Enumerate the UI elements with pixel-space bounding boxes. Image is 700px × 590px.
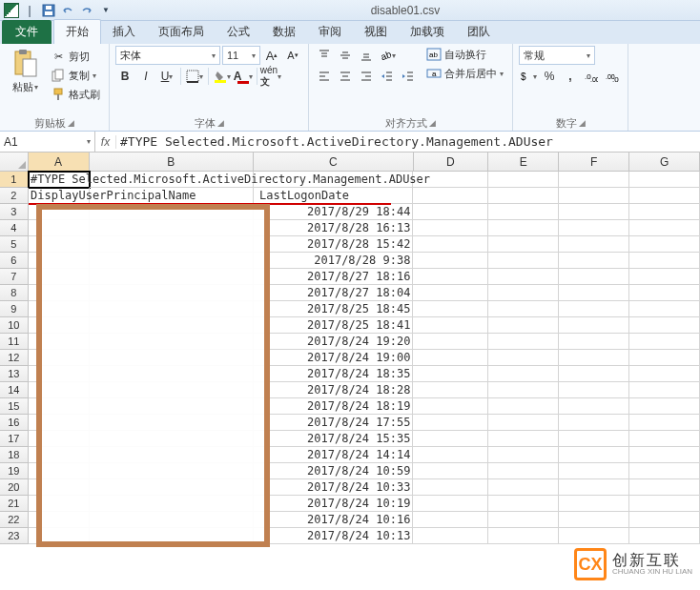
cell[interactable] xyxy=(413,463,488,479)
cell[interactable] xyxy=(559,398,629,415)
cell[interactable]: 2017/8/27 18:04 xyxy=(254,285,413,301)
cell[interactable]: 2017/8/28 15:42 xyxy=(254,236,413,253)
cell[interactable] xyxy=(559,236,629,253)
cell[interactable]: 2017/8/24 19:20 xyxy=(254,334,413,350)
cell[interactable] xyxy=(413,415,488,431)
tab-addins[interactable]: 加载项 xyxy=(399,20,456,44)
align-top-icon[interactable] xyxy=(315,46,334,65)
cell[interactable] xyxy=(413,301,488,317)
align-bottom-icon[interactable] xyxy=(357,46,376,65)
row-header[interactable]: 4 xyxy=(0,220,29,236)
cell[interactable]: 2017/8/24 19:00 xyxy=(254,350,413,366)
select-all-corner[interactable] xyxy=(0,153,29,171)
bold-button[interactable]: B xyxy=(115,67,134,86)
cell[interactable]: 2017/8/28 16:13 xyxy=(254,220,413,236)
cell[interactable] xyxy=(488,220,559,236)
cell[interactable]: 2017/8/25 18:45 xyxy=(254,301,413,317)
dialog-launcher-icon[interactable]: ◢ xyxy=(217,118,224,128)
cell[interactable]: 2017/8/24 18:35 xyxy=(254,366,413,382)
accounting-format-icon[interactable]: $▾ xyxy=(519,67,538,86)
cell[interactable] xyxy=(488,236,559,253)
cell[interactable] xyxy=(559,512,629,528)
col-header-C[interactable]: C xyxy=(254,153,413,171)
cell[interactable] xyxy=(413,350,488,366)
align-left-icon[interactable] xyxy=(315,67,334,86)
row-header[interactable]: 20 xyxy=(0,479,29,496)
grow-font-icon[interactable]: A▴ xyxy=(262,46,281,65)
cell[interactable]: 2017/8/24 15:35 xyxy=(254,431,413,447)
dialog-launcher-icon[interactable]: ◢ xyxy=(579,118,586,128)
cell[interactable] xyxy=(488,398,559,415)
cell[interactable] xyxy=(413,220,488,236)
row-header[interactable]: 23 xyxy=(0,528,29,544)
cut-button[interactable]: ✂剪切 xyxy=(48,48,103,65)
cell[interactable] xyxy=(488,447,559,463)
col-header-B[interactable]: B xyxy=(90,153,254,171)
undo-icon[interactable] xyxy=(59,2,76,19)
cell[interactable]: 2017/8/24 10:16 xyxy=(254,512,413,528)
row-header[interactable]: 10 xyxy=(0,317,29,334)
tab-formulas[interactable]: 公式 xyxy=(216,20,261,44)
dec-indent-icon[interactable] xyxy=(378,67,397,86)
italic-button[interactable]: I xyxy=(136,67,155,86)
row-header[interactable]: 17 xyxy=(0,431,29,447)
row-header[interactable]: 2 xyxy=(0,188,29,204)
cell[interactable] xyxy=(559,496,629,512)
cell[interactable] xyxy=(629,366,700,382)
cell[interactable] xyxy=(559,479,629,496)
align-middle-icon[interactable] xyxy=(336,46,355,65)
cell[interactable] xyxy=(413,496,488,512)
row-header[interactable]: 11 xyxy=(0,334,29,350)
tab-team[interactable]: 团队 xyxy=(456,20,502,44)
cell[interactable] xyxy=(629,350,700,366)
cell[interactable] xyxy=(629,188,700,204)
cell[interactable] xyxy=(488,479,559,496)
cell[interactable] xyxy=(629,398,700,415)
cell[interactable] xyxy=(254,188,413,204)
cell[interactable] xyxy=(488,204,559,220)
cell[interactable] xyxy=(629,463,700,479)
row-header[interactable]: 3 xyxy=(0,204,29,220)
cell[interactable] xyxy=(488,285,559,301)
cell[interactable] xyxy=(629,172,700,188)
row-header[interactable]: 8 xyxy=(0,285,29,301)
tab-view[interactable]: 视图 xyxy=(353,20,399,44)
cell[interactable] xyxy=(559,431,629,447)
cell[interactable] xyxy=(413,172,488,188)
col-header-A[interactable]: A xyxy=(29,153,90,171)
cell[interactable] xyxy=(488,496,559,512)
cell[interactable] xyxy=(559,172,629,188)
row-header[interactable]: 14 xyxy=(0,382,29,398)
cell[interactable] xyxy=(559,204,629,220)
cell[interactable]: 2017/8/24 10:13 xyxy=(254,528,413,544)
cell[interactable] xyxy=(629,334,700,350)
cell[interactable] xyxy=(629,204,700,220)
cell[interactable] xyxy=(559,253,629,269)
cell[interactable] xyxy=(559,334,629,350)
cell[interactable]: 2017/8/24 10:59 xyxy=(254,463,413,479)
cell[interactable] xyxy=(413,236,488,253)
row-header[interactable]: 22 xyxy=(0,512,29,528)
cell[interactable] xyxy=(488,415,559,431)
tab-file[interactable]: 文件 xyxy=(2,20,51,44)
cell[interactable] xyxy=(629,301,700,317)
cell[interactable] xyxy=(413,512,488,528)
cell[interactable]: 2017/8/28 9:38 xyxy=(254,253,413,269)
cell[interactable]: 2017/8/29 18:44 xyxy=(254,204,413,220)
cell[interactable] xyxy=(629,220,700,236)
cell[interactable] xyxy=(629,447,700,463)
cell[interactable] xyxy=(90,188,254,204)
cell[interactable] xyxy=(488,269,559,285)
cell[interactable] xyxy=(559,415,629,431)
cell[interactable] xyxy=(488,253,559,269)
cell[interactable] xyxy=(559,447,629,463)
cell[interactable] xyxy=(629,512,700,528)
cell[interactable] xyxy=(559,269,629,285)
redo-icon[interactable] xyxy=(78,2,95,19)
col-header-E[interactable]: E xyxy=(488,153,559,171)
cell[interactable] xyxy=(413,204,488,220)
cell[interactable]: 2017/8/24 10:19 xyxy=(254,496,413,512)
cell[interactable] xyxy=(629,479,700,496)
cell[interactable] xyxy=(488,172,559,188)
tab-insert[interactable]: 插入 xyxy=(101,20,147,44)
